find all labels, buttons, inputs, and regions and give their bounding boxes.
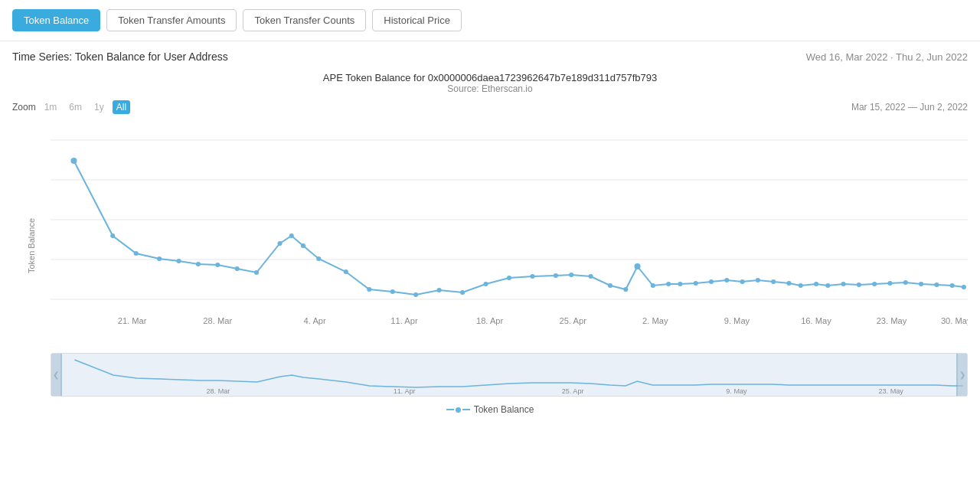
tab-token-transfer-amounts[interactable]: Token Transfer Amounts xyxy=(106,9,237,31)
svg-text:25. Apr: 25. Apr xyxy=(560,316,587,325)
svg-point-33 xyxy=(569,273,573,277)
svg-point-45 xyxy=(756,278,760,282)
svg-point-32 xyxy=(554,273,558,278)
svg-point-49 xyxy=(814,282,818,286)
svg-point-42 xyxy=(709,279,714,284)
tab-historical-price[interactable]: Historical Price xyxy=(372,9,462,31)
tab-token-balance[interactable]: Token Balance xyxy=(12,9,100,31)
mini-slider-right[interactable]: ❯ xyxy=(956,354,967,396)
svg-point-28 xyxy=(460,290,465,295)
svg-point-27 xyxy=(437,288,442,292)
svg-point-50 xyxy=(825,283,830,288)
svg-point-31 xyxy=(530,274,534,279)
svg-point-46 xyxy=(771,279,776,284)
svg-point-35 xyxy=(608,283,612,288)
zoom-controls: Zoom 1m 6m 1y All xyxy=(12,100,130,114)
svg-point-38 xyxy=(651,283,655,288)
svg-text:30. May: 30. May xyxy=(941,316,968,325)
svg-point-41 xyxy=(694,281,698,286)
svg-point-19 xyxy=(277,241,282,246)
svg-point-39 xyxy=(666,282,671,286)
legend-item: Token Balance xyxy=(446,404,534,415)
svg-point-20 xyxy=(289,233,294,238)
svg-text:28. Mar: 28. Mar xyxy=(206,387,230,395)
svg-point-43 xyxy=(724,278,729,282)
svg-point-59 xyxy=(962,285,966,289)
svg-point-11 xyxy=(110,233,115,238)
svg-point-56 xyxy=(919,282,923,286)
svg-point-34 xyxy=(589,274,593,279)
svg-point-17 xyxy=(235,266,240,271)
zoom-date-range: Mar 15, 2022 — Jun 2, 2022 xyxy=(851,102,968,113)
svg-text:2. May: 2. May xyxy=(642,316,668,325)
svg-point-51 xyxy=(841,282,846,286)
y-axis-label-container: Token Balance xyxy=(12,117,51,374)
y-axis-label: Token Balance xyxy=(27,217,36,273)
mini-chart-svg: 28. Mar 11. Apr 25. Apr 9. May 23. May xyxy=(51,354,967,396)
svg-text:4. Apr: 4. Apr xyxy=(304,316,326,325)
svg-point-21 xyxy=(301,243,305,248)
svg-text:18. Apr: 18. Apr xyxy=(476,316,504,325)
svg-point-37 xyxy=(634,263,640,269)
zoom-bar: Zoom 1m 6m 1y All Mar 15, 2022 — Jun 2, … xyxy=(12,100,968,114)
svg-point-44 xyxy=(740,279,745,284)
tab-token-transfer-counts[interactable]: Token Transfer Counts xyxy=(243,9,366,31)
chart-main-title: APE Token Balance for 0x0000006daea17239… xyxy=(12,72,968,83)
svg-text:16. May: 16. May xyxy=(801,316,831,325)
legend-row: Token Balance xyxy=(12,404,968,415)
svg-point-53 xyxy=(872,282,877,286)
svg-point-29 xyxy=(483,282,488,286)
zoom-6m[interactable]: 6m xyxy=(65,100,86,114)
svg-point-52 xyxy=(857,282,861,287)
legend-label: Token Balance xyxy=(474,404,534,415)
chart-title-block: APE Token Balance for 0x0000006daea17239… xyxy=(12,72,968,94)
page-header: Time Series: Token Balance for User Addr… xyxy=(0,41,980,72)
svg-point-54 xyxy=(887,281,892,286)
svg-text:23. May: 23. May xyxy=(877,316,907,325)
zoom-label: Zoom xyxy=(12,102,36,113)
svg-rect-71 xyxy=(51,354,967,396)
chart-inner: Token Balance 800k 600k 400k 200k 0 xyxy=(12,117,968,397)
main-chart-svg: 800k 600k 400k 200k 0 xyxy=(51,117,968,347)
svg-point-47 xyxy=(786,281,791,286)
page-title: Time Series: Token Balance for User Addr… xyxy=(12,51,228,63)
mini-slider-left[interactable]: ❮ xyxy=(51,354,62,396)
svg-text:9. May: 9. May xyxy=(726,387,747,395)
svg-point-58 xyxy=(950,283,955,288)
mini-chart-wrap: 28. Mar 11. Apr 25. Apr 9. May 23. May ❮… xyxy=(51,353,968,397)
legend-line-icon xyxy=(446,407,470,413)
svg-point-23 xyxy=(344,269,348,274)
svg-point-26 xyxy=(413,292,418,297)
svg-point-22 xyxy=(316,256,321,261)
svg-point-18 xyxy=(254,270,259,275)
zoom-1y[interactable]: 1y xyxy=(90,100,108,114)
chart-container: APE Token Balance for 0x0000006daea17239… xyxy=(0,72,980,421)
svg-point-12 xyxy=(134,251,139,256)
chart-source: Source: Etherscan.io xyxy=(12,83,968,94)
svg-point-36 xyxy=(623,287,628,292)
svg-text:25. Apr: 25. Apr xyxy=(562,387,584,395)
svg-point-25 xyxy=(390,289,395,294)
svg-text:21. Mar: 21. Mar xyxy=(118,316,147,325)
tab-bar: Token Balance Token Transfer Amounts Tok… xyxy=(0,0,980,41)
svg-point-24 xyxy=(367,287,371,292)
svg-point-15 xyxy=(196,262,201,266)
zoom-all[interactable]: All xyxy=(113,100,130,114)
svg-point-40 xyxy=(678,282,682,286)
svg-text:9. May: 9. May xyxy=(724,316,750,325)
svg-point-57 xyxy=(934,282,939,287)
svg-point-13 xyxy=(157,256,162,261)
svg-point-48 xyxy=(799,283,803,288)
zoom-1m[interactable]: 1m xyxy=(41,100,61,114)
svg-text:11. Apr: 11. Apr xyxy=(394,387,416,395)
svg-text:28. Mar: 28. Mar xyxy=(203,316,232,325)
svg-point-16 xyxy=(215,263,220,267)
svg-point-55 xyxy=(903,280,908,285)
header-date-range: Wed 16, Mar 2022 · Thu 2, Jun 2022 xyxy=(806,51,968,63)
svg-text:23. May: 23. May xyxy=(878,387,903,395)
svg-point-14 xyxy=(176,259,181,263)
svg-point-10 xyxy=(70,158,77,164)
svg-point-30 xyxy=(507,276,511,280)
svg-text:11. Apr: 11. Apr xyxy=(390,316,418,325)
